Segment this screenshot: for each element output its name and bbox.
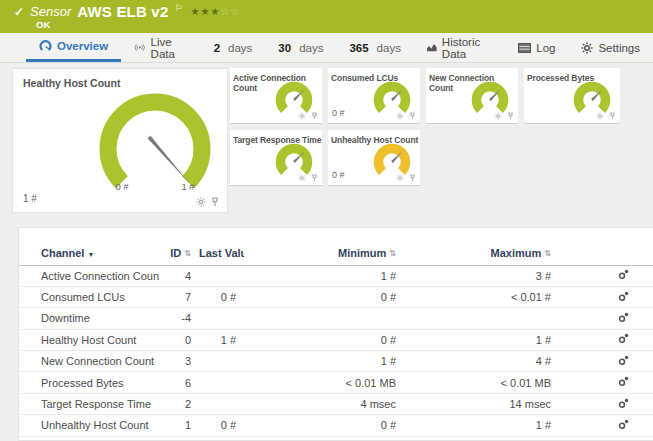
priority-flag-icon[interactable]: ⚐ <box>174 3 182 13</box>
channel-table: Channel▼ ID⇅ Last Value⇅ Minimum⇅ Maximu… <box>19 241 653 437</box>
table-header-row: Channel▼ ID⇅ Last Value⇅ Minimum⇅ Maximu… <box>19 241 653 265</box>
stars-empty: ☆☆ <box>220 6 240 17</box>
channel-id: 0 <box>159 329 199 350</box>
pin-icon[interactable] <box>609 112 616 120</box>
sort-icon: ⇅ <box>184 249 191 258</box>
table-row: Healthy Host Count 0 1 # 0 # 1 # <box>19 329 653 350</box>
gauge-settings-gear-icon[interactable] <box>596 112 604 120</box>
pin-icon[interactable] <box>409 174 416 182</box>
gauge-settings-gear-icon[interactable] <box>396 112 404 120</box>
gauge-current-value: 1 # <box>23 193 37 204</box>
channel-table-panel: Channel▼ ID⇅ Last Value⇅ Minimum⇅ Maximu… <box>18 227 653 441</box>
tab-settings[interactable]: Settings <box>568 33 653 62</box>
gauge-settings-gear-icon[interactable] <box>196 197 206 207</box>
column-header-last-value[interactable]: Last Value⇅ <box>199 241 244 265</box>
tab-log[interactable]: Log <box>505 33 568 62</box>
gauge-settings-gear-icon[interactable] <box>396 174 404 182</box>
bar-chart-icon <box>427 42 437 53</box>
tab-number: 30 <box>278 42 291 54</box>
pin-icon[interactable] <box>311 174 318 182</box>
channel-minimum: 0 # <box>244 329 404 350</box>
channel-maximum <box>404 308 559 329</box>
channel-settings-wrench-icon[interactable] <box>618 398 629 409</box>
pin-icon[interactable] <box>311 112 318 120</box>
pin-icon[interactable] <box>211 197 219 207</box>
tab-overview[interactable]: Overview <box>26 33 121 62</box>
channel-settings-wrench-icon[interactable] <box>618 333 629 344</box>
tab-unit: days <box>228 42 252 54</box>
channel-name: Active Connection Count <box>19 265 159 286</box>
channel-minimum <box>244 308 404 329</box>
rating-stars[interactable]: ★★★☆☆ <box>191 6 241 17</box>
channel-maximum: 3 # <box>404 265 559 286</box>
tab-label: Settings <box>598 42 640 54</box>
tab-365-days[interactable]: 365days <box>336 33 413 62</box>
channel-last-value: 0 # <box>199 415 244 436</box>
gauge-settings-gear-icon[interactable] <box>494 112 502 120</box>
channel-id: 3 <box>159 351 199 372</box>
tab-number: 2 <box>214 42 220 54</box>
broadcast-icon <box>134 42 145 53</box>
status-badge: OK <box>36 19 50 30</box>
channel-maximum: < 0.01 MB <box>404 372 559 393</box>
gauge-panel-healthy-host-count: Healthy Host Count 0 # 1 # 1 # <box>12 68 228 213</box>
gauge-icon <box>39 40 52 52</box>
channel-last-value <box>199 393 244 414</box>
column-header-minimum[interactable]: Minimum⇅ <box>244 241 404 265</box>
gauge-min-label: 0 # <box>102 181 142 192</box>
channel-settings-wrench-icon[interactable] <box>618 376 629 387</box>
gauge-panel-new-connection-count: New Connection Count <box>426 68 518 124</box>
gauge-settings-gear-icon[interactable] <box>298 174 306 182</box>
tab-unit: days <box>377 42 401 54</box>
gauge-panel-unhealthy-host-count: Unhealthy Host Count 0 # <box>328 130 420 186</box>
channel-maximum: 4 # <box>404 351 559 372</box>
channel-name: Healthy Host Count <box>19 329 159 350</box>
channel-last-value <box>199 351 244 372</box>
channel-settings-wrench-icon[interactable] <box>618 355 629 366</box>
gauge-max-label: 1 # <box>168 181 208 192</box>
tab-2-days[interactable]: 2days <box>201 33 266 62</box>
tab-label: Live Data <box>151 36 188 60</box>
tab-number: 365 <box>349 42 368 54</box>
table-row: Processed Bytes 6 < 0.01 MB < 0.01 MB <box>19 372 653 393</box>
channel-settings-wrench-icon[interactable] <box>618 291 629 302</box>
channel-minimum: 4 msec <box>244 393 404 414</box>
channel-name: Unhealthy Host Count <box>19 415 159 436</box>
tab-historic-data[interactable]: Historic Data <box>414 33 505 62</box>
sort-icon: ⇅ <box>389 249 396 258</box>
table-row: Consumed LCUs 7 0 # 0 # < 0.01 # <box>19 286 653 307</box>
sensor-header: ✓ Sensor AWS ELB v2 ⚐ ★★★☆☆ OK <box>0 0 653 33</box>
channel-settings-wrench-icon[interactable] <box>618 269 629 280</box>
status-ok-check-icon: ✓ <box>14 5 24 19</box>
gauge-current-value: 0 # <box>332 108 345 118</box>
gauge-settings-gear-icon[interactable] <box>298 112 306 120</box>
channel-name: New Connection Count <box>19 351 159 372</box>
pin-icon[interactable] <box>507 112 514 120</box>
healthy-host-count-gauge <box>93 87 217 211</box>
column-header-maximum[interactable]: Maximum⇅ <box>404 241 559 265</box>
channel-name: Processed Bytes <box>19 372 159 393</box>
channel-name: Target Response Time <box>19 393 159 414</box>
tab-live-data[interactable]: Live Data <box>121 33 200 62</box>
pin-icon[interactable] <box>409 112 416 120</box>
column-header-id[interactable]: ID⇅ <box>159 241 199 265</box>
channel-last-value: 0 # <box>199 286 244 307</box>
channel-id: 1 <box>159 415 199 436</box>
channel-settings-wrench-icon[interactable] <box>618 312 629 323</box>
table-row: Downtime -4 <box>19 308 653 329</box>
channel-minimum: < 0.01 MB <box>244 372 404 393</box>
gauge-current-value: 0 # <box>332 170 345 180</box>
table-row: Target Response Time 2 4 msec 14 msec <box>19 393 653 414</box>
gauge-panel-processed-bytes: Processed Bytes <box>524 68 620 124</box>
table-row: Active Connection Count 4 1 # 3 # <box>19 265 653 286</box>
channel-settings-wrench-icon[interactable] <box>618 419 629 430</box>
gear-icon <box>581 42 593 54</box>
channel-minimum: 1 # <box>244 265 404 286</box>
column-header-channel[interactable]: Channel▼ <box>19 241 159 265</box>
channel-minimum: 1 # <box>244 351 404 372</box>
table-row: New Connection Count 3 1 # 4 # <box>19 351 653 372</box>
tab-30-days[interactable]: 30days <box>265 33 336 62</box>
gauge-panel-target-response-time: Target Response Time <box>230 130 322 186</box>
channel-last-value: 1 # <box>199 329 244 350</box>
object-kind-label: Sensor <box>30 4 71 19</box>
